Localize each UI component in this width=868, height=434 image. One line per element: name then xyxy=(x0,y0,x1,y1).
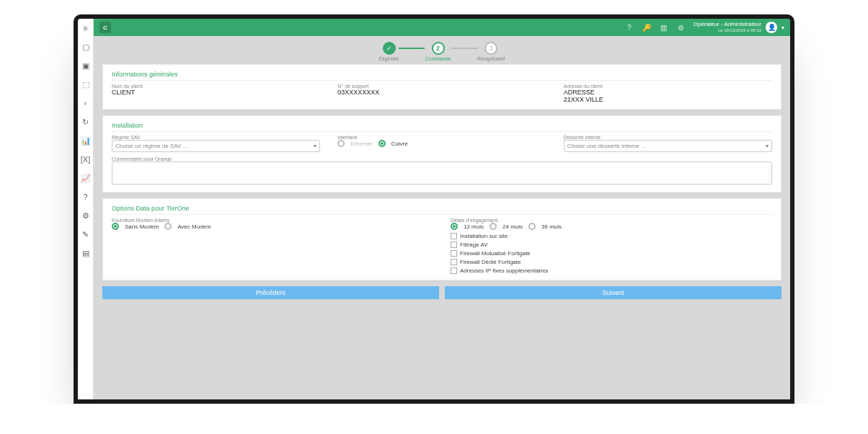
address-value: ADRESSE 21XXX VILLE xyxy=(564,89,772,103)
next-button[interactable]: Suivant xyxy=(445,286,781,299)
step-1-label: Éligibilité xyxy=(379,56,399,61)
radio-sans-modem[interactable] xyxy=(112,223,119,230)
regime-select[interactable]: Choisir un régime de SAV ... ▾ xyxy=(112,140,320,152)
rail-item-7[interactable]: [X] xyxy=(81,154,91,164)
content: ✓ Éligibilité 2 Commande 3 Récapitulatif xyxy=(94,36,790,399)
radio-avec-modem[interactable] xyxy=(164,223,172,230)
laptop-frame: ≡ ▢ ▣ ⬚ ▫ ↻ 📊 [X] 📈 ? ⚙ ✎ ▤ C ? 🔑 xyxy=(74,14,794,404)
address-label: Adresse du client xyxy=(564,84,772,89)
rail-item-3[interactable]: ⬚ xyxy=(81,79,91,89)
step-2[interactable]: 2 Commande xyxy=(425,42,451,61)
help-icon[interactable]: ? xyxy=(624,22,634,32)
client-label: Nom du client xyxy=(112,84,320,89)
user-timestamp: Le 19/12/2019 à 09:32 xyxy=(694,28,761,33)
step-2-label: Commande xyxy=(425,56,451,61)
radio-24mois[interactable] xyxy=(490,223,497,230)
radio-cuivre[interactable] xyxy=(378,140,386,147)
chk5-label: Adresses IP fixes supplémentaires xyxy=(460,267,549,274)
avatar-icon: 👤 xyxy=(766,22,777,33)
delai-opt1: 12 mois xyxy=(464,223,484,230)
interface-label: Interface xyxy=(337,135,546,140)
chk-filtrage-av[interactable] xyxy=(451,242,457,248)
rail-item-1[interactable]: ▢ xyxy=(81,42,91,52)
card-info-title: Informations générales xyxy=(112,71,772,81)
rail-item-help[interactable]: ? xyxy=(81,192,91,202)
gear-icon[interactable]: ⚙ xyxy=(676,22,686,32)
card-options-title: Options Data pour TierOne xyxy=(112,205,772,215)
rail-item-settings[interactable]: ⚙ xyxy=(81,211,91,221)
step-2-circle: 2 xyxy=(432,42,445,55)
chk2-label: Filtrage AV xyxy=(460,242,488,248)
chk-ip-fixes[interactable] xyxy=(451,267,457,274)
rail-item-4[interactable]: ▫ xyxy=(81,98,91,108)
chat-icon[interactable]: ▥ xyxy=(659,22,669,32)
desserte-select[interactable]: Choisir une desserte interne ... ▾ xyxy=(564,140,772,152)
radio-ethernet[interactable] xyxy=(337,140,345,147)
modem-label: Fourniture Modem Adeins xyxy=(112,218,433,223)
comment-textarea[interactable] xyxy=(112,161,772,185)
client-value: CLIENT xyxy=(112,89,320,96)
left-rail: ≡ ▢ ▣ ⬚ ▫ ↻ 📊 [X] 📈 ? ⚙ ✎ ▤ xyxy=(78,19,94,399)
card-install-title: Installation xyxy=(112,122,772,132)
rail-item-2[interactable]: ▣ xyxy=(81,61,91,71)
step-3-label: Récapitulatif xyxy=(477,56,505,61)
chk-firewall-dedie[interactable] xyxy=(451,259,457,265)
interface-opt1: Ethernet xyxy=(350,141,372,147)
prev-button[interactable]: Précédent xyxy=(102,286,439,299)
rail-item-6[interactable]: 📊 xyxy=(81,136,91,146)
key-icon[interactable]: 🔑 xyxy=(642,22,652,32)
rail-item-edit[interactable]: ✎ xyxy=(81,229,91,239)
topbar: C ? 🔑 ▥ ⚙ Opérateur - Administrateur Le … xyxy=(94,19,790,36)
delai-opt2: 24 mois xyxy=(502,223,523,230)
main-area: C ? 🔑 ▥ ⚙ Opérateur - Administrateur Le … xyxy=(94,19,790,399)
rail-item-8[interactable]: 📈 xyxy=(81,173,91,183)
support-label: N° de support xyxy=(337,84,546,89)
radio-36mois[interactable] xyxy=(528,223,536,230)
chk4-label: Firewall Dédié Fortigate xyxy=(460,259,521,265)
delai-label: Délais d'engagement xyxy=(451,218,772,223)
chk3-label: Firewall Mutualisé Fortigate xyxy=(460,250,531,257)
chevron-down-icon: ▾ xyxy=(766,143,769,149)
logo-icon: C xyxy=(99,22,111,33)
interface-opt2: Cuivre xyxy=(391,141,408,147)
step-line-1 xyxy=(399,48,425,49)
support-value: 03XXXXXXXX xyxy=(337,89,546,96)
step-line-2 xyxy=(451,48,477,49)
card-install: Installation Régime SAV Choisir un régim… xyxy=(102,115,781,192)
chevron-down-icon: ▾ xyxy=(781,25,784,31)
modem-opt1: Sans Modem xyxy=(125,223,159,230)
footer-buttons: Précédent Suivant xyxy=(102,286,781,299)
delai-opt3: 36 mois xyxy=(541,223,562,230)
user-block[interactable]: Opérateur - Administrateur Le 19/12/2019… xyxy=(694,22,784,33)
rail-item-list[interactable]: ▤ xyxy=(81,248,91,258)
screen: ≡ ▢ ▣ ⬚ ▫ ↻ 📊 [X] 📈 ? ⚙ ✎ ▤ C ? 🔑 xyxy=(78,19,790,399)
regime-placeholder: Choisir un régime de SAV ... xyxy=(115,143,187,149)
step-1[interactable]: ✓ Éligibilité xyxy=(379,42,399,61)
card-options: Options Data pour TierOne Fourniture Mod… xyxy=(102,198,781,280)
modem-opt2: Avec Modem xyxy=(177,223,211,230)
chevron-down-icon: ▾ xyxy=(314,143,316,149)
radio-12mois[interactable] xyxy=(451,223,458,230)
user-name: Opérateur - Administrateur xyxy=(694,22,761,28)
stepper: ✓ Éligibilité 2 Commande 3 Récapitulatif xyxy=(102,42,781,61)
chk-install-site[interactable] xyxy=(451,233,457,239)
desserte-label: Desserte interne xyxy=(564,135,772,140)
rail-item-5[interactable]: ↻ xyxy=(81,117,91,127)
chk-firewall-mutu[interactable] xyxy=(451,250,457,257)
step-3-circle: 3 xyxy=(484,42,497,55)
card-info: Informations générales Nom du client CLI… xyxy=(102,64,781,110)
desserte-placeholder: Choisir une desserte interne ... xyxy=(567,143,646,149)
regime-label: Régime SAV xyxy=(112,135,320,140)
check-icon: ✓ xyxy=(383,42,396,55)
menu-icon[interactable]: ≡ xyxy=(81,23,91,33)
step-3[interactable]: 3 Récapitulatif xyxy=(477,42,505,61)
comment-label: Commentaire pour Orange xyxy=(112,156,772,161)
chk1-label: Installation sur site xyxy=(460,233,508,239)
